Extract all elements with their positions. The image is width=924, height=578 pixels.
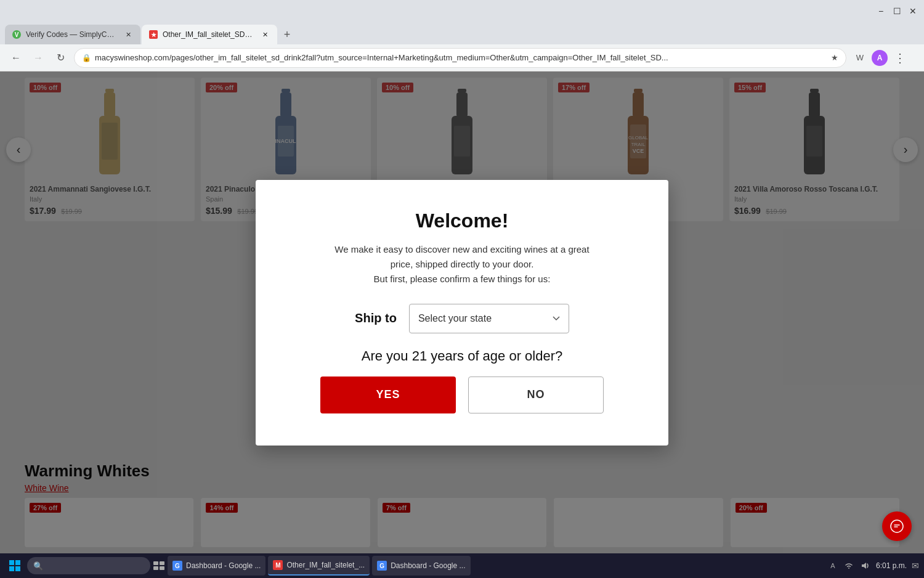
tab2-close[interactable]: ✕ [260,30,270,39]
network-icon[interactable] [843,560,855,572]
tab1-title: Verify Codes — SimplyCodes [26,30,118,39]
modal-desc-line3: But first, please confirm a few things f… [374,274,551,284]
age-verification-modal: Welcome! We make it easy to discover new… [256,180,668,446]
svg-rect-27 [9,566,14,571]
lock-icon: 🔒 [82,54,91,62]
tab1-close[interactable]: ✕ [123,30,133,39]
taskbar: 🔍 G Dashboard - Google ... M Other_IM_fa… [0,553,924,578]
svg-rect-28 [15,566,20,571]
svg-rect-26 [15,560,20,565]
taskbar-favicon-2: M [273,560,283,570]
ship-to-row: Ship to Select your state Alabama Alaska… [293,304,631,333]
taskbar-item-2-text: Other_IM_fall_sitelet_... [286,561,365,569]
taskbar-item-1-text: Dashboard - Google ... [186,561,261,570]
language-indicator[interactable]: A [827,560,839,572]
taskbar-item-2[interactable]: M Other_IM_fall_sitelet_... [268,556,370,576]
system-tray-icons: A [827,560,871,572]
svg-rect-30 [160,561,164,565]
start-button[interactable] [5,556,25,576]
menu-button[interactable]: ⋮ [891,49,908,67]
taskbar-favicon-3: G [377,561,387,571]
no-button[interactable]: NO [468,377,604,413]
ship-to-label: Ship to [355,311,397,325]
minimize-button[interactable]: − [875,5,887,17]
state-select[interactable]: Select your state Alabama Alaska Arizona… [409,304,569,333]
address-bar[interactable]: 🔒 macyswineshop.com/pages/other_im_fall_… [74,48,846,68]
maximize-button[interactable]: ☐ [891,5,903,17]
profile-avatar[interactable]: A [871,49,888,67]
tab2-title: Other_IM_fall_sitelet_SD_DRINK [163,30,255,39]
modal-title: Welcome! [293,210,631,232]
taskbar-right: A 6:01 p.m. ✉ [827,560,919,572]
modal-desc-line2: price, shipped directly to your door. [391,259,534,269]
close-button[interactable]: ✕ [907,5,919,17]
yes-button[interactable]: YES [320,377,456,413]
taskbar-search-icon: 🔍 [33,561,43,571]
wifi-icon [844,562,854,569]
modal-desc-line1: We make it easy to discover new and exci… [334,244,589,254]
tab2-favicon: ★ [149,30,158,39]
chat-icon [890,519,904,533]
modal-description: We make it easy to discover new and exci… [293,242,631,287]
svg-rect-25 [9,560,14,565]
window-controls: − ☐ ✕ [875,5,919,17]
svg-rect-31 [153,566,158,570]
taskbar-favicon-1: G [172,561,182,571]
button-row: YES NO [293,377,631,413]
url-text: macyswineshop.com/pages/other_im_fall_si… [95,53,827,62]
taskbar-item-3[interactable]: G Dashboard - Google ... [372,556,470,576]
taskbar-item-1[interactable]: G Dashboard - Google ... [168,556,265,576]
reload-button[interactable]: ↻ [52,49,69,67]
speaker-icon [860,561,870,570]
taskbar-search[interactable]: 🔍 [27,557,150,574]
svg-rect-32 [160,566,164,570]
title-bar: − ☐ ✕ [0,0,924,22]
volume-icon[interactable] [859,560,871,572]
tab-bar: V Verify Codes — SimplyCodes ✕ ★ Other_I… [0,22,924,44]
nav-bar: ← → ↻ 🔒 macyswineshop.com/pages/other_im… [0,44,924,71]
task-view-icon [153,561,164,570]
new-tab-button[interactable]: + [278,26,296,43]
windows-icon [9,560,21,572]
page-content: 10% off 2021 Ammannati Sangiovese I.G.T.… [0,71,924,553]
tab1-favicon: V [12,30,21,39]
bookmark-star[interactable]: ★ [831,53,838,62]
back-button[interactable]: ← [7,49,25,67]
age-question: Are you 21 years of age or older? [293,348,631,364]
svg-point-24 [891,520,903,532]
svg-rect-29 [153,561,158,565]
system-time: 6:01 p.m. [876,561,907,570]
task-view-button[interactable] [153,560,165,572]
notification-icon[interactable]: ✉ [912,561,919,571]
taskbar-item-3-text: Dashboard - Google ... [391,561,465,570]
forward-button[interactable]: → [30,49,47,67]
modal-overlay: Welcome! We make it easy to discover new… [0,71,924,553]
chat-button[interactable] [882,511,912,541]
profile-circle: A [872,50,888,66]
tab-macys-wine[interactable]: ★ Other_IM_fall_sitelet_SD_DRINK ✕ [142,25,277,44]
nav-actions: W A ⋮ [851,49,917,67]
tab-verify-codes[interactable]: V Verify Codes — SimplyCodes ✕ [5,25,140,44]
extensions-button[interactable]: W [851,49,869,67]
